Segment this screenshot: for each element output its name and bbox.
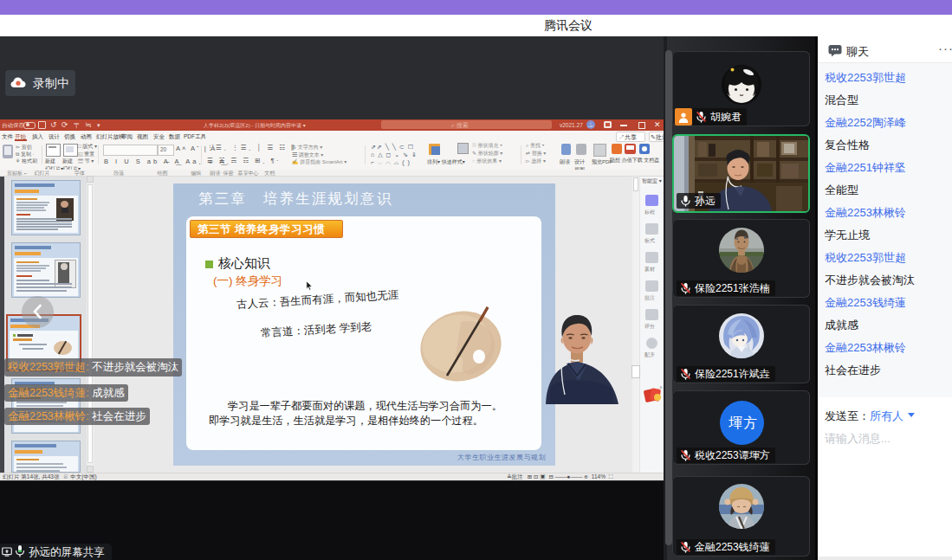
svg-text:×: × [659, 384, 663, 390]
